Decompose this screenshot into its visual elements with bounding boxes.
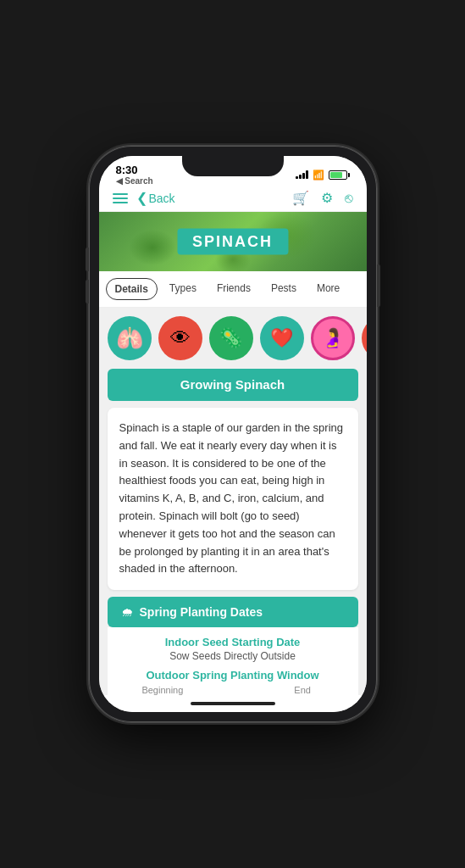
home-bar (191, 702, 275, 705)
date-range: Beginning 02/16 — End 03/15 (119, 685, 346, 695)
tab-more[interactable]: More (308, 278, 348, 300)
chevron-left-icon: ❮ (136, 190, 147, 206)
tab-friends[interactable]: Friends (208, 278, 259, 300)
indoor-value: Sow Seeds Directly Outside (119, 650, 346, 662)
nav-hint: ◀ Search (116, 176, 153, 186)
planting-header: 🌧 Spring Planting Dates (108, 597, 358, 627)
home-indicator (99, 695, 367, 712)
status-icons: 📶 (296, 170, 350, 181)
pregnancy-icon[interactable]: 🤰 (311, 316, 355, 360)
extra-icon[interactable] (362, 316, 367, 360)
end-label: End (277, 685, 328, 695)
wifi-icon: 📶 (313, 170, 324, 181)
cloud-icon: 🌧 (121, 605, 133, 619)
start-label: Beginning (137, 685, 188, 695)
tab-pests[interactable]: Pests (263, 278, 305, 300)
back-label: Back (149, 192, 175, 205)
status-time: 8:30 (116, 164, 153, 176)
indoor-label: Indoor Seed Starting Date (119, 636, 346, 648)
growing-header: Growing Spinach (108, 369, 358, 401)
growing-body-text: Spinach is a staple of our garden in the… (119, 420, 346, 578)
stomach-icon[interactable]: 🫁 (108, 316, 152, 360)
hero-title: SPINACH (192, 233, 273, 250)
cart-icon[interactable]: 🛒 (292, 190, 309, 206)
signal-icon (296, 170, 308, 179)
hero-title-box: SPINACH (177, 229, 288, 255)
back-button[interactable]: ❮ Back (136, 190, 175, 206)
share-icon[interactable]: ⎋ (345, 191, 353, 206)
hero-image: SPINACH (99, 212, 367, 271)
planting-section: 🌧 Spring Planting Dates Indoor Seed Star… (108, 597, 358, 695)
settings-icon[interactable]: ⚙ (321, 190, 333, 206)
planting-header-text: Spring Planting Dates (140, 605, 263, 619)
menu-button[interactable] (113, 193, 128, 203)
nav-bar: ❮ Back 🛒 ⚙ ⎋ (99, 186, 367, 212)
bacteria-icon[interactable]: 🦠 (209, 316, 253, 360)
eye-icon[interactable]: 👁 (158, 316, 202, 360)
tab-types[interactable]: Types (161, 278, 205, 300)
content-scroll[interactable]: 🫁 👁 🦠 ❤️ 🤰 Growing Spinach Spinach is a … (99, 308, 367, 695)
growing-header-text: Growing Spinach (180, 377, 285, 392)
outdoor-label: Outdoor Spring Planting Window (119, 669, 346, 682)
start-date-col: Beginning 02/16 (137, 685, 188, 695)
planting-card: Indoor Seed Starting Date Sow Seeds Dire… (108, 627, 358, 695)
battery-icon (329, 170, 350, 180)
icon-row: 🫁 👁 🦠 ❤️ 🤰 (99, 308, 367, 369)
tab-bar: Details Types Friends Pests More (99, 271, 367, 308)
heart-rate-icon[interactable]: ❤️ (260, 316, 304, 360)
growing-content-card: Spinach is a staple of our garden in the… (108, 408, 358, 590)
end-date-col: End 03/15 (277, 685, 328, 695)
tab-details[interactable]: Details (106, 278, 158, 300)
